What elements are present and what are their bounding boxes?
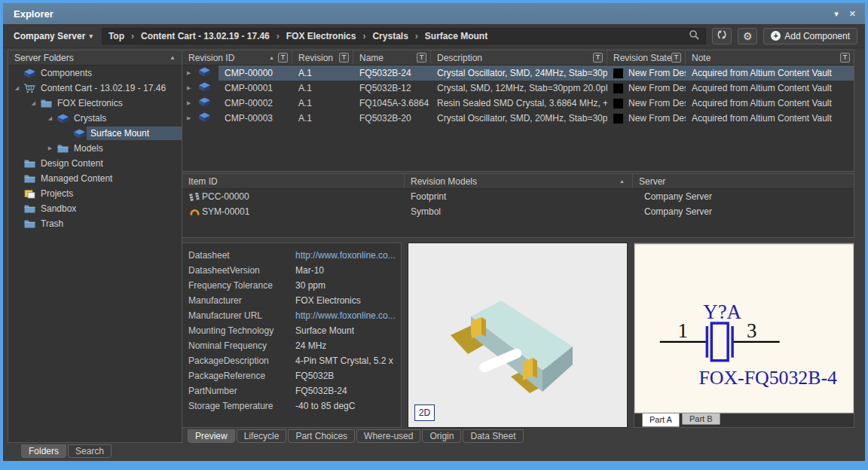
sidebar-item-projects[interactable]: Projects: [8, 186, 182, 201]
breadcrumb-separator-icon: ›: [277, 31, 280, 41]
table-row[interactable]: ▶ CMP-00003 A.1 FQ5032B-20 Crystal Oscil…: [182, 111, 854, 126]
datasheet-link[interactable]: http://www.foxonline.co...: [295, 250, 395, 261]
search-icon[interactable]: [689, 29, 699, 43]
revision: A.1: [292, 111, 353, 126]
sidebar-item-components[interactable]: Components: [8, 66, 182, 81]
row-expander-icon[interactable]: ▶: [187, 115, 195, 121]
table-row[interactable]: ▶ CMP-00001 A.1 FQ5032B-12 Crystal, SMD,…: [182, 81, 854, 96]
sidebar-item-label: Projects: [37, 187, 77, 200]
column-header-server[interactable]: Server: [633, 174, 854, 188]
expanded-icon[interactable]: ◢: [11, 85, 23, 91]
parameter-row: Frequency Tolerance30 ppm: [182, 278, 401, 293]
parameters-panel: Datasheethttp://www.foxonline.co... Data…: [182, 243, 402, 428]
sidebar-item-trash[interactable]: Trash: [8, 216, 182, 231]
symbol-preview: Y?A 1 3 FOX-FQ5032B-4 Part A Part B: [634, 243, 854, 428]
tab-lifecycle[interactable]: Lifecycle: [237, 429, 287, 443]
filter-icon[interactable]: T: [278, 53, 288, 63]
column-header-revision-models[interactable]: Revision Models ▲: [405, 174, 633, 188]
table-row[interactable]: PCC-00000 Footprint Company Server: [182, 189, 854, 204]
tab-part-choices[interactable]: Part Choices: [288, 429, 355, 443]
expanded-icon[interactable]: ◢: [44, 115, 56, 121]
sidebar-item-design-content[interactable]: Design Content: [8, 156, 182, 171]
server-folders-header[interactable]: Server Folders ▲: [8, 50, 182, 66]
breadcrumb-item-crystals[interactable]: Crystals: [372, 31, 408, 41]
cart-icon: [23, 84, 36, 93]
tab-where-used[interactable]: Where-used: [356, 429, 420, 443]
toolbar: Company Server ▾ Top › Content Cart - 13…: [3, 24, 865, 48]
tab-preview[interactable]: Preview: [188, 429, 235, 443]
column-header-revision[interactable]: Revision T: [292, 50, 353, 65]
column-header-name[interactable]: Name T: [353, 50, 431, 65]
model-type: Footprint: [405, 189, 633, 204]
server-selector[interactable]: Company Server ▾: [11, 31, 96, 41]
collapsed-icon[interactable]: ▶: [44, 145, 56, 151]
parameter-row: ManufacturerFOX Electronics: [182, 293, 401, 308]
table-row[interactable]: SYM-00001 Symbol Company Server: [182, 204, 854, 219]
column-header-revision-state[interactable]: Revision State T: [607, 50, 686, 65]
table-row[interactable]: ▶ CMP-00002 A.1 FQ1045A-3.6864 Resin Sea…: [182, 96, 854, 111]
sidebar-item-content-cart[interactable]: ◢ Content Cart - 13.02.19 - 17.46: [8, 81, 182, 96]
sidebar-item-models[interactable]: ▶ Models: [8, 141, 182, 156]
sidebar-item-surface-mount[interactable]: Surface Mount: [8, 126, 182, 141]
sort-ascending-icon[interactable]: ▲: [269, 55, 274, 60]
parameter-row: Datasheethttp://www.foxonline.co...: [182, 248, 401, 263]
filter-icon[interactable]: T: [339, 53, 349, 63]
manufacturer-url-link[interactable]: http://www.foxonline.co...: [295, 310, 395, 321]
column-header-revision-id[interactable]: Revision ID ▲ T: [182, 50, 292, 65]
folder-icon: [23, 174, 36, 183]
sync-button[interactable]: [712, 28, 732, 44]
breadcrumb-item-surface-mount[interactable]: Surface Mount: [425, 31, 487, 41]
component-icon: [198, 82, 211, 94]
sidebar-item-fox-electronics[interactable]: ◢ FOX Electronics: [8, 96, 182, 111]
titlebar[interactable]: Explorer ▾ ✕: [3, 3, 865, 24]
panel-menu-icon[interactable]: ▾: [834, 9, 839, 19]
row-expander-icon[interactable]: ▶: [187, 85, 195, 91]
component-icon: [198, 67, 211, 79]
column-header-description[interactable]: Description T: [431, 50, 607, 65]
breadcrumb-item-fox-electronics[interactable]: FOX Electronics: [286, 31, 356, 41]
add-component-label: Add Component: [784, 31, 850, 41]
state-color-swatch: [613, 69, 623, 78]
sort-ascending-icon[interactable]: ▲: [619, 179, 625, 184]
parameter-row: Mounting TechnologySurface Mount: [182, 323, 401, 338]
add-component-button[interactable]: + Add Component: [763, 28, 857, 44]
row-expander-icon[interactable]: ▶: [187, 100, 195, 106]
tab-folders[interactable]: Folders: [21, 444, 66, 458]
symbol-icon: [187, 207, 202, 216]
tab-data-sheet[interactable]: Data Sheet: [463, 429, 523, 443]
tab-origin[interactable]: Origin: [422, 429, 461, 443]
expanded-icon[interactable]: ◢: [28, 100, 39, 106]
sidebar-item-sandbox[interactable]: Sandbox: [8, 201, 182, 216]
state-color-swatch: [613, 114, 623, 124]
footprint-3d-preview[interactable]: 2D: [408, 243, 628, 428]
settings-button[interactable]: ⚙: [738, 28, 757, 44]
filter-icon[interactable]: T: [417, 53, 426, 63]
sidebar-item-managed-content[interactable]: Managed Content: [8, 171, 182, 186]
item-id: PCC-00000: [202, 191, 249, 202]
tab-part-a[interactable]: Part A: [642, 414, 680, 427]
filter-icon[interactable]: T: [671, 53, 681, 63]
folder-icon: [39, 99, 53, 108]
breadcrumb-item-content-cart[interactable]: Content Cart - 13.02.19 - 17.46: [141, 31, 270, 41]
sidebar-item-crystals[interactable]: ◢ Crystals: [8, 111, 182, 126]
item-id: SYM-00001: [202, 206, 249, 217]
tab-part-b[interactable]: Part B: [682, 414, 720, 425]
name: FQ5032B-20: [353, 111, 431, 126]
column-header-item-id[interactable]: Item ID: [182, 174, 405, 188]
breadcrumb-separator-icon: ›: [415, 31, 418, 41]
filter-icon[interactable]: T: [840, 53, 850, 63]
column-header-note[interactable]: Note T: [686, 50, 854, 65]
revision-id: CMP-00001: [219, 83, 273, 93]
tab-search[interactable]: Search: [68, 444, 112, 458]
sidebar-tabs: Folders Search: [21, 444, 112, 458]
model-type: Symbol: [405, 204, 633, 219]
2d-mode-button[interactable]: 2D: [414, 404, 435, 421]
name: FQ5032B-12: [353, 81, 431, 96]
row-expander-icon[interactable]: ▶: [187, 70, 195, 76]
collapse-panel-icon[interactable]: ▲: [170, 54, 176, 61]
breadcrumb-item-top[interactable]: Top: [108, 31, 124, 41]
parameter-row: PackageDescription4-Pin SMT Crystal, 5.2…: [182, 353, 401, 368]
close-icon[interactable]: ✕: [849, 9, 856, 19]
table-row[interactable]: ▶ CMP-00000 A.1 FQ5032B-24 Crystal Oscil…: [182, 66, 854, 81]
filter-icon[interactable]: T: [593, 53, 603, 63]
